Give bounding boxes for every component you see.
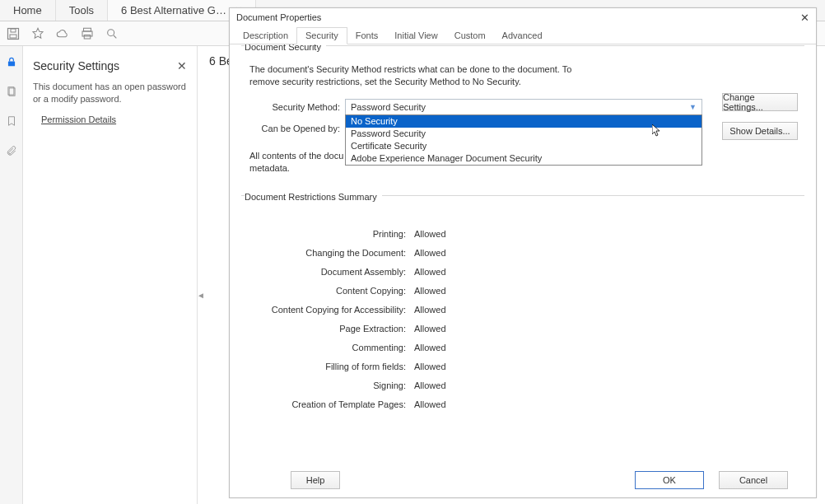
cloud-icon[interactable] [54, 26, 71, 42]
dialog-title: Document Properties [236, 12, 321, 22]
tab-security[interactable]: Security [296, 27, 347, 44]
close-icon[interactable]: ✕ [800, 12, 809, 24]
can-be-opened-label: Can be Opened by: [241, 124, 340, 133]
panel-description: This document has an open password or a … [33, 81, 187, 106]
collapse-handle-icon[interactable]: ◄ [198, 288, 204, 301]
restriction-value: Allowed [414, 399, 446, 409]
restriction-label: Page Extraction: [241, 324, 406, 334]
change-settings-button[interactable]: Change Settings... [722, 93, 798, 111]
help-button[interactable]: Help [291, 471, 340, 489]
option-no-security[interactable]: No Security [346, 115, 701, 128]
permission-details-link[interactable]: Permission Details [41, 114, 187, 124]
restriction-value: Allowed [414, 286, 446, 296]
restriction-label: Changing the Document: [241, 248, 406, 258]
restriction-value: Allowed [414, 343, 446, 352]
search-icon[interactable] [104, 26, 120, 42]
security-intro-text: The document's Security Method restricts… [249, 63, 595, 89]
security-method-label: Security Method: [241, 102, 340, 112]
svg-point-6 [108, 29, 114, 35]
restriction-value: Allowed [414, 267, 446, 277]
svg-rect-3 [84, 28, 91, 31]
dialog-footer: Help OK Cancel [230, 468, 816, 497]
star-icon[interactable] [30, 26, 46, 42]
restriction-value: Allowed [414, 324, 446, 334]
page-thumbnails-icon[interactable] [4, 84, 19, 99]
restrictions-group: Document Restrictions Summary Printing:A… [241, 195, 804, 414]
option-aem-security[interactable]: Adobe Experience Manager Document Securi… [346, 152, 701, 165]
restriction-row: Printing:Allowed [241, 225, 804, 244]
restrictions-grid: Printing:AllowedChanging the Document:Al… [241, 225, 804, 414]
all-contents-suffix: metadata. [249, 163, 290, 173]
print-icon[interactable] [79, 26, 96, 42]
attachment-icon[interactable] [4, 143, 19, 158]
group-header: Document Security [245, 44, 326, 52]
bookmark-icon[interactable] [4, 114, 19, 128]
dialog-body: Document Security The document's Securit… [230, 44, 816, 468]
svg-rect-8 [7, 61, 14, 66]
svg-line-7 [114, 35, 116, 38]
restriction-label: Commenting: [241, 343, 406, 352]
restriction-label: Signing: [241, 380, 406, 390]
restriction-row: Creation of Template Pages:Allowed [241, 395, 804, 414]
cancel-button[interactable]: Cancel [719, 471, 788, 489]
ok-button[interactable]: OK [635, 471, 704, 489]
close-icon[interactable]: ✕ [177, 59, 187, 72]
restriction-row: Filling of form fields:Allowed [241, 357, 804, 376]
restriction-label: Printing: [241, 229, 406, 239]
document-security-group: Document Security The document's Securit… [241, 45, 804, 175]
restriction-value: Allowed [414, 229, 446, 239]
security-method-select-wrap: Password Security ▼ No Security Password… [345, 99, 702, 115]
restriction-row: Content Copying for Accessibility:Allowe… [241, 301, 804, 320]
restriction-row: Document Assembly:Allowed [241, 263, 804, 282]
security-method-select[interactable]: Password Security ▼ [345, 99, 702, 115]
left-rail [0, 46, 23, 504]
restriction-value: Allowed [414, 248, 446, 258]
document-properties-dialog: Document Properties ✕ Description Securi… [229, 7, 817, 498]
tab-initial-view[interactable]: Initial View [386, 28, 445, 44]
svg-rect-5 [84, 35, 91, 39]
option-password-security[interactable]: Password Security [346, 128, 701, 140]
restriction-value: Allowed [414, 305, 446, 315]
all-contents-prefix: All contents of the docu [249, 151, 343, 161]
security-method-value: Password Security [351, 102, 426, 112]
group-header: Document Restrictions Summary [245, 192, 382, 202]
tab-description[interactable]: Description [235, 28, 296, 44]
restriction-value: Allowed [414, 362, 446, 371]
tab-advanced[interactable]: Advanced [494, 28, 551, 44]
svg-rect-2 [11, 29, 16, 32]
tab-custom[interactable]: Custom [446, 28, 494, 44]
show-details-button[interactable]: Show Details... [722, 122, 798, 140]
security-settings-panel: Security Settings ✕ This document has an… [23, 46, 198, 504]
security-method-dropdown: No Security Password Security Certificat… [345, 114, 702, 166]
restriction-row: Changing the Document:Allowed [241, 244, 804, 263]
restriction-value: Allowed [414, 380, 446, 390]
svg-rect-1 [10, 35, 16, 38]
dialog-titlebar: Document Properties ✕ [230, 8, 816, 26]
security-method-row: Security Method: Password Security ▼ No … [241, 99, 804, 115]
restriction-row: Page Extraction:Allowed [241, 320, 804, 338]
main-tab-document-label: 6 Best Alternative G… [121, 4, 226, 16]
main-tab-home[interactable]: Home [0, 0, 56, 21]
option-certificate-security[interactable]: Certificate Security [346, 140, 701, 152]
restriction-label: Content Copying: [241, 286, 406, 296]
restriction-label: Filling of form fields: [241, 362, 406, 371]
tab-fonts[interactable]: Fonts [347, 28, 387, 44]
restriction-label: Document Assembly: [241, 267, 406, 277]
save-icon[interactable] [5, 26, 21, 42]
restriction-label: Content Copying for Accessibility: [241, 305, 406, 315]
restriction-label: Creation of Template Pages: [241, 399, 406, 409]
lock-icon[interactable] [4, 54, 19, 69]
restriction-row: Commenting:Allowed [241, 338, 804, 357]
dialog-tab-bar: Description Security Fonts Initial View … [230, 26, 816, 44]
restriction-row: Signing:Allowed [241, 376, 804, 395]
chevron-down-icon: ▼ [689, 103, 697, 111]
panel-title: Security Settings [33, 59, 119, 72]
restriction-row: Content Copying:Allowed [241, 282, 804, 301]
main-tab-tools[interactable]: Tools [56, 0, 108, 21]
